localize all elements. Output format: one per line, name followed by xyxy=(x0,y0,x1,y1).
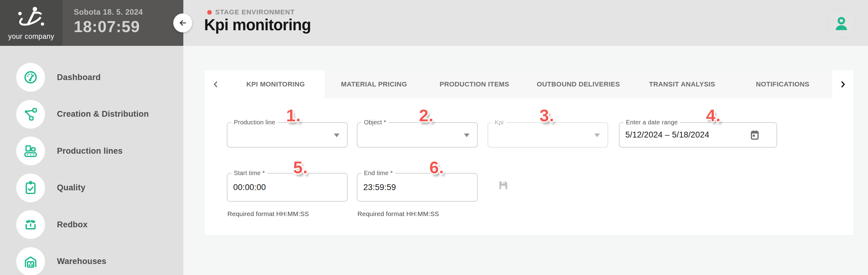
start-time-input[interactable] xyxy=(227,174,347,201)
tabbar: KPI MONITORING MATERIAL PRICING PRODUCTI… xyxy=(205,70,853,98)
date-range-field: Enter a date range xyxy=(619,122,777,147)
dropdown-arrow-icon xyxy=(334,134,339,137)
tab-outbound-deliveries[interactable]: OUTBOUND DELIVERIES xyxy=(526,70,631,98)
sidebar-item-quality[interactable]: Quality xyxy=(0,170,183,207)
environment-dot-icon xyxy=(207,10,212,15)
current-time: 18:07:59 xyxy=(74,18,143,36)
calendar-icon[interactable] xyxy=(749,129,761,141)
user-account-button[interactable] xyxy=(827,9,856,38)
current-date: Sobota 18. 5. 2024 xyxy=(74,8,143,16)
kpi-select[interactable]: Kpi xyxy=(488,122,608,147)
page-title: Kpi monitoring xyxy=(204,16,311,34)
warehouse-icon xyxy=(16,247,45,275)
company-logo-icon xyxy=(17,5,46,32)
tab-notifications[interactable]: NOTIFICATIONS xyxy=(733,70,832,98)
sidebar-item-label: Dashboard xyxy=(57,73,101,82)
sidebar-item-redbox[interactable]: Redbox xyxy=(0,206,183,243)
save-icon xyxy=(497,179,509,191)
kpi-label: Kpi xyxy=(492,119,506,126)
production-line-select[interactable]: Production line xyxy=(227,122,348,147)
environment-label: STAGE ENVIRONMENT xyxy=(215,8,295,16)
production-line-label: Production line xyxy=(231,119,278,126)
end-time-input[interactable] xyxy=(358,174,477,201)
tab-strip: KPI MONITORING MATERIAL PRICING PRODUCTI… xyxy=(226,70,832,98)
company-logo: your company xyxy=(0,0,62,46)
end-time-hint: Required format HH:MM:SS xyxy=(358,210,439,217)
sidebar-item-label: Redbox xyxy=(57,220,88,230)
clipboard-check-icon xyxy=(16,174,45,202)
sidebar-item-production-lines[interactable]: Production lines xyxy=(0,133,183,170)
network-icon xyxy=(16,100,45,129)
kpi-monitoring-app: your company Sobota 18. 5. 2024 18:07:59 xyxy=(0,0,868,275)
datetime-block: Sobota 18. 5. 2024 18:07:59 xyxy=(62,0,143,46)
person-icon xyxy=(832,14,851,33)
sidebar-nav: Dashboard Creation & Distribution xyxy=(0,46,183,275)
environment-banner: STAGE ENVIRONMENT xyxy=(207,8,295,16)
dropdown-arrow-icon xyxy=(464,134,469,137)
sidebar-item-label: Quality xyxy=(57,183,85,193)
sidebar-item-warehouses[interactable]: Warehouses xyxy=(0,243,183,275)
tabs-scroll-left-button[interactable] xyxy=(205,70,226,98)
conveyor-icon xyxy=(16,137,45,165)
tab-kpi-monitoring[interactable]: KPI MONITORING xyxy=(226,70,325,98)
end-time-field: End time * xyxy=(357,173,478,202)
save-button[interactable] xyxy=(497,179,509,191)
open-box-icon xyxy=(16,210,45,239)
back-button[interactable] xyxy=(173,13,192,32)
gauge-icon xyxy=(16,63,45,92)
dropdown-arrow-icon xyxy=(594,134,600,137)
start-time-hint: Required format HH:MM:SS xyxy=(227,210,309,217)
sidebar-header: your company Sobota 18. 5. 2024 18:07:59 xyxy=(0,0,183,46)
kpi-monitoring-panel: Production line Object * Kpi Enter a dat… xyxy=(205,98,853,235)
chevron-right-icon xyxy=(838,80,847,89)
arrow-left-icon xyxy=(178,18,188,28)
tab-material-pricing[interactable]: MATERIAL PRICING xyxy=(325,70,423,98)
chevron-left-icon xyxy=(211,80,220,89)
sidebar: your company Sobota 18. 5. 2024 18:07:59 xyxy=(0,0,183,275)
tab-transit-analysis[interactable]: TRANSIT ANALYSIS xyxy=(631,70,733,98)
tab-production-items[interactable]: PRODUCTION ITEMS xyxy=(423,70,526,98)
sidebar-item-label: Warehouses xyxy=(57,257,106,266)
page-header: STAGE ENVIRONMENT Kpi monitoring xyxy=(183,0,868,46)
start-time-field: Start time * xyxy=(227,173,348,202)
object-select[interactable]: Object * xyxy=(357,122,478,147)
logo-text: your company xyxy=(8,32,54,41)
sidebar-item-label: Creation & Distribution xyxy=(57,109,149,119)
object-label: Object * xyxy=(362,119,389,126)
tabs-scroll-right-button[interactable] xyxy=(832,70,853,98)
sidebar-item-creation-distribution[interactable]: Creation & Distribution xyxy=(0,96,183,133)
sidebar-item-label: Production lines xyxy=(57,146,123,156)
sidebar-item-dashboard[interactable]: Dashboard xyxy=(0,59,183,96)
